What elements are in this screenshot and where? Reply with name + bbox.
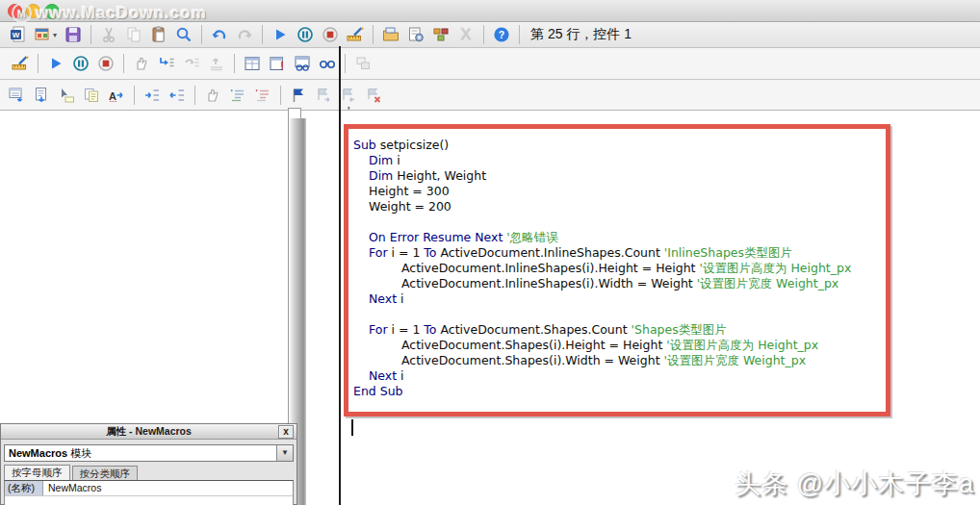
quick-info-button[interactable] [54,84,79,107]
step-into-icon [158,55,175,72]
svg-text:!: ! [280,60,284,72]
indent-icon [143,87,161,104]
standard-toolbar: W▾?第 25 行，控件 1 [0,22,980,48]
copy-button[interactable] [121,23,146,46]
list-properties-button[interactable] [4,84,29,107]
uncomment-block-button[interactable]: ' [250,84,275,107]
hand-icon [133,55,150,72]
zoom-window-button[interactable] [44,4,60,19]
code-editor[interactable]: Sub setpicsize()Dim iDim Height, WeightH… [344,124,890,417]
step-out-button[interactable] [204,52,229,75]
run-button[interactable] [43,52,68,75]
list-constants-button[interactable] [29,84,54,107]
parameter-info-button[interactable] [79,84,104,107]
toolbar-separator [483,25,484,44]
redo-button[interactable] [232,23,257,46]
hand-button[interactable] [200,84,225,107]
hand-button[interactable] [129,52,154,75]
insert-userform-button[interactable]: ▾ [31,23,61,46]
code-line: ActiveDocument.Shapes(i).Height = Height… [353,338,886,353]
dropdown-caret-icon: ▾ [53,31,57,39]
watch-window-button[interactable] [290,52,315,75]
svg-text:': ' [256,88,258,97]
code-line: Height = 300 [353,184,886,199]
step-over-button[interactable] [179,52,204,75]
code-line: Next i [353,291,886,307]
reset-button[interactable] [318,23,343,46]
step-out-icon [208,55,225,72]
svg-text:W: W [13,31,20,39]
help-icon: ? [493,26,510,43]
properties-tabs: 按字母顺序 按分类顺序 [4,466,297,480]
reset-icon [322,26,339,43]
code-line: Dim i [353,153,886,168]
copy-icon [125,26,142,43]
object-browser-button[interactable] [428,23,453,46]
property-name-cell: (名称) [5,481,43,495]
find-button[interactable] [171,23,196,46]
project-explorer-icon [382,26,400,43]
clear-bookmarks-icon [365,87,382,104]
properties-window-icon [407,26,425,43]
previous-bookmark-icon [340,87,357,104]
properties-panel-title: 属性 - NewMacros [106,425,192,437]
design-mode-icon [347,26,364,43]
toolbox-icon [457,26,475,43]
edit-toolbar: A'' [0,80,980,111]
cut-button[interactable] [96,23,121,46]
design-mode-button[interactable] [343,23,368,46]
undo-icon [211,26,228,43]
chevron-down-icon[interactable]: ▼ [276,445,293,461]
help-button[interactable]: ? [489,23,514,46]
design-mode-icon [12,55,29,72]
call-stack-icon [354,55,372,72]
clear-bookmarks-button[interactable] [361,84,386,107]
break-button[interactable] [68,52,93,75]
complete-word-button[interactable]: A [104,84,129,107]
next-bookmark-button[interactable] [311,84,336,107]
toolbox-button[interactable] [453,23,478,46]
tab-alphabetic[interactable]: 按字母顺序 [4,465,70,480]
toolbar-separator [262,25,263,44]
step-over-icon [183,55,200,72]
indent-button[interactable] [140,84,165,107]
title-bar [0,0,980,22]
break-button[interactable] [293,23,318,46]
code-lines: Sub setpicsize()Dim iDim Height, WeightH… [353,138,886,399]
save-icon [64,26,82,43]
step-into-button[interactable] [154,52,179,75]
svg-text:A: A [109,89,116,101]
call-stack-button[interactable] [350,52,375,75]
comment-block-button[interactable]: ' [225,84,250,107]
word-button[interactable]: W [6,23,31,46]
code-line: Dim Height, Weight [353,168,886,184]
project-explorer-button[interactable] [378,23,403,46]
paste-button[interactable] [146,23,171,46]
uncomment-block-icon: ' [254,87,271,104]
design-mode-button[interactable] [8,52,33,75]
minimize-window-button[interactable] [26,4,40,18]
complete-word-icon: A [108,87,125,104]
immediate-window-button[interactable]: ! [265,52,290,75]
svg-text:?: ? [499,29,504,40]
tab-categorized[interactable]: 按分类顺序 [72,466,139,480]
outdent-button[interactable] [165,84,190,107]
code-line [353,215,886,230]
undo-button[interactable] [207,23,232,46]
toolbar-separator [345,54,346,73]
save-button[interactable] [61,23,86,46]
list-constants-icon [33,87,50,104]
properties-close-button[interactable]: x [278,425,294,439]
properties-window-button[interactable] [403,23,428,46]
parameter-info-icon [83,87,100,104]
stray-character: ' [348,104,349,118]
reset-button[interactable] [93,52,118,75]
run-button[interactable] [268,23,293,46]
object-selector[interactable]: NewMacros 模块 ▼ [4,444,294,462]
quick-watch-button[interactable] [315,52,340,75]
word-icon: W [10,26,27,43]
close-window-button[interactable] [8,4,22,18]
toggle-bookmark-button[interactable] [286,84,311,107]
property-value-cell[interactable]: NewMacros [43,481,293,495]
locals-window-button[interactable] [240,52,265,75]
